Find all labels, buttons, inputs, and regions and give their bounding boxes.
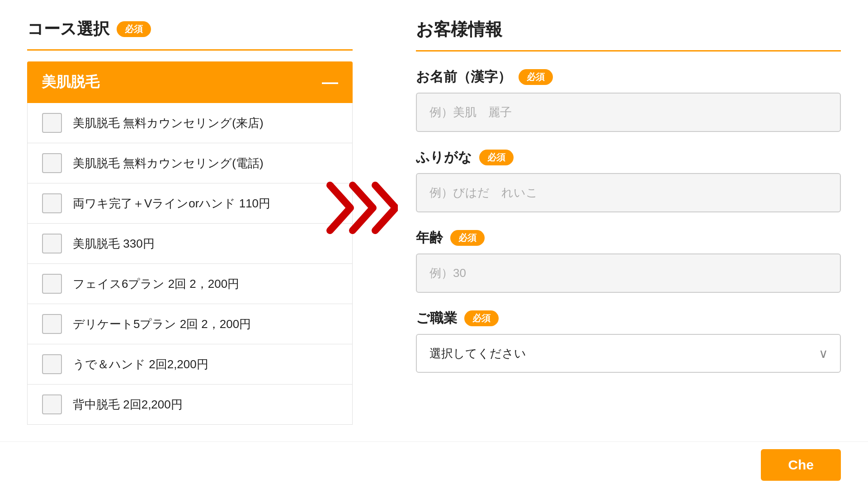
required-badge-age: 必須 bbox=[450, 230, 485, 246]
checkbox[interactable] bbox=[42, 274, 62, 294]
section-header: コース選択 必須 bbox=[27, 18, 353, 40]
label-age: 年齢 bbox=[416, 229, 443, 247]
form-label-row: ふりがな必須 bbox=[416, 148, 841, 167]
form-group-name-kanji: お名前（漢字）必須 bbox=[416, 68, 841, 132]
arrow-overlay bbox=[326, 181, 398, 237]
item-label: 背中脱毛 2回2,200円 bbox=[73, 397, 183, 413]
bottom-bar: Che bbox=[0, 441, 868, 488]
checkbox[interactable] bbox=[42, 234, 62, 253]
form-group-age: 年齢必須 bbox=[416, 229, 841, 293]
checkbox[interactable] bbox=[42, 354, 62, 374]
list-item[interactable]: 美肌脱毛 無料カウンセリング(電話) bbox=[28, 143, 352, 183]
list-item[interactable]: 美肌脱毛 330円 bbox=[28, 224, 352, 264]
list-item[interactable]: デリケート5プラン 2回 2，200円 bbox=[28, 304, 352, 344]
checkbox[interactable] bbox=[42, 314, 62, 334]
form-group-name-furigana: ふりがな必須 bbox=[416, 148, 841, 212]
select-occupation[interactable]: 選択してください bbox=[416, 334, 841, 373]
form-label-row: お名前（漢字）必須 bbox=[416, 68, 841, 86]
checkbox[interactable] bbox=[42, 153, 62, 173]
form-label-row: 年齢必須 bbox=[416, 229, 841, 247]
section-title: コース選択 bbox=[27, 18, 109, 40]
right-column: お客様情報 お名前（漢字）必須ふりがな必須年齢必須ご職業必須選択してください∨ bbox=[371, 18, 841, 470]
input-name-furigana[interactable] bbox=[416, 173, 841, 212]
required-badge-name-furigana: 必須 bbox=[479, 150, 514, 165]
accordion-collapse-icon: — bbox=[322, 74, 338, 90]
select-wrapper-occupation: 選択してください∨ bbox=[416, 334, 841, 373]
item-label: 美肌脱毛 無料カウンセリング(電話) bbox=[73, 155, 264, 171]
double-arrow-icon bbox=[326, 181, 398, 235]
item-label: 美肌脱毛 330円 bbox=[73, 236, 155, 252]
input-name-kanji[interactable] bbox=[416, 93, 841, 132]
form-fields-container: お名前（漢字）必須ふりがな必須年齢必須ご職業必須選択してください∨ bbox=[416, 68, 841, 373]
divider-right bbox=[416, 50, 841, 52]
input-age[interactable] bbox=[416, 253, 841, 293]
checkbox-list: 美肌脱毛 無料カウンセリング(来店) 美肌脱毛 無料カウンセリング(電話) 両ワ… bbox=[27, 103, 353, 425]
check-button[interactable]: Che bbox=[761, 449, 841, 481]
item-label: 美肌脱毛 無料カウンセリング(来店) bbox=[73, 115, 264, 131]
list-item[interactable]: 両ワキ完了＋Vラインorハンド 110円 bbox=[28, 183, 352, 224]
list-item[interactable]: フェイス6プラン 2回 2，200円 bbox=[28, 264, 352, 304]
right-section-title: お客様情報 bbox=[416, 18, 841, 41]
form-group-occupation: ご職業必須選択してください∨ bbox=[416, 309, 841, 373]
list-item[interactable]: 背中脱毛 2回2,200円 bbox=[28, 385, 352, 424]
item-label: 両ワキ完了＋Vラインorハンド 110円 bbox=[73, 196, 270, 211]
left-column: コース選択 必須 美肌脱毛 — 美肌脱毛 無料カウンセリング(来店) 美肌脱毛 … bbox=[27, 18, 371, 470]
required-badge-name-kanji: 必須 bbox=[519, 69, 553, 85]
list-item[interactable]: うで＆ハンド 2回2,200円 bbox=[28, 344, 352, 385]
required-badge: 必須 bbox=[117, 21, 151, 37]
accordion-header[interactable]: 美肌脱毛 — bbox=[27, 61, 353, 103]
accordion-label: 美肌脱毛 bbox=[42, 72, 99, 92]
item-label: デリケート5プラン 2回 2，200円 bbox=[73, 316, 251, 332]
required-badge-occupation: 必須 bbox=[464, 310, 499, 326]
list-item[interactable]: 美肌脱毛 無料カウンセリング(来店) bbox=[28, 103, 352, 143]
item-label: うで＆ハンド 2回2,200円 bbox=[73, 357, 208, 372]
checkbox[interactable] bbox=[42, 113, 62, 133]
checkbox[interactable] bbox=[42, 394, 62, 414]
checkbox[interactable] bbox=[42, 193, 62, 213]
divider-left bbox=[27, 49, 353, 51]
form-label-row: ご職業必須 bbox=[416, 309, 841, 328]
label-name-furigana: ふりがな bbox=[416, 148, 472, 167]
label-name-kanji: お名前（漢字） bbox=[416, 68, 511, 86]
item-label: フェイス6プラン 2回 2，200円 bbox=[73, 276, 239, 292]
label-occupation: ご職業 bbox=[416, 309, 457, 328]
